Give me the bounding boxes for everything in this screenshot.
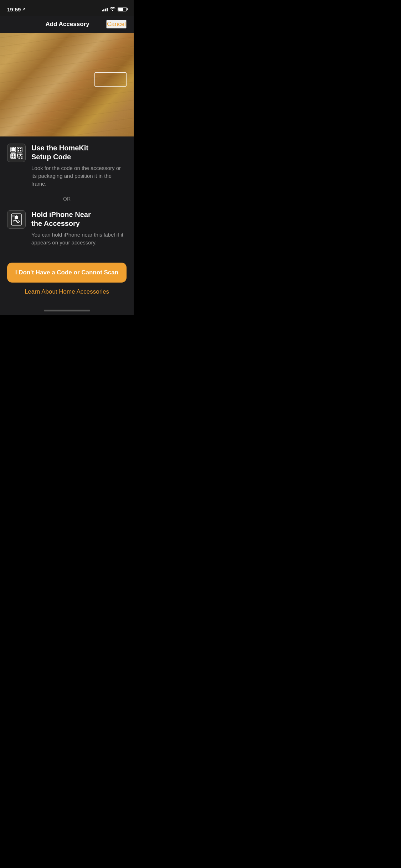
time-display: 19:59 xyxy=(7,6,21,12)
status-time: 19:59 ↗ xyxy=(7,6,25,12)
svg-rect-10 xyxy=(20,148,21,149)
nfc-text: Hold iPhone Nearthe Accessory You can ho… xyxy=(31,210,127,247)
nfc-icon: 1234 5678 xyxy=(7,210,26,229)
homekit-code-text: Use the HomeKitSetup Code Look for the c… xyxy=(31,144,127,187)
svg-rect-15 xyxy=(20,154,21,155)
svg-rect-26 xyxy=(15,217,18,219)
svg-rect-1 xyxy=(11,149,15,151)
scan-frame xyxy=(94,72,127,87)
svg-rect-9 xyxy=(18,148,19,149)
svg-rect-18 xyxy=(20,155,21,156)
home-bar xyxy=(44,310,90,311)
nfc-title: Hold iPhone Nearthe Accessory xyxy=(31,210,127,228)
svg-rect-21 xyxy=(21,156,22,157)
or-divider: OR xyxy=(7,195,127,203)
page-title: Add Accessory xyxy=(29,21,106,28)
or-label: OR xyxy=(63,196,71,202)
svg-rect-20 xyxy=(19,156,20,157)
nfc-instruction: 1234 5678 Hold iPhone Nearthe Accessory … xyxy=(7,203,127,254)
signal-strength-icon xyxy=(102,7,108,11)
home-indicator xyxy=(0,307,134,315)
location-arrow-icon: ↗ xyxy=(22,7,25,12)
nav-bar: Add Accessory Cancel xyxy=(0,16,134,33)
svg-rect-3 xyxy=(11,154,16,159)
wifi-icon xyxy=(110,7,115,12)
homekit-code-instruction: Use the HomeKitSetup Code Look for the c… xyxy=(7,136,127,195)
svg-rect-5 xyxy=(14,154,15,156)
status-bar: 19:59 ↗ xyxy=(0,0,134,16)
svg-rect-7 xyxy=(14,156,15,158)
svg-rect-8 xyxy=(17,147,22,152)
svg-rect-11 xyxy=(18,150,19,151)
svg-rect-23 xyxy=(21,158,22,159)
qr-code-icon xyxy=(7,144,26,162)
svg-text:5678: 5678 xyxy=(12,216,15,218)
no-code-button[interactable]: I Don't Have a Code or Cannot Scan xyxy=(7,263,127,283)
svg-rect-4 xyxy=(11,154,13,156)
bottom-section: I Don't Have a Code or Cannot Scan Learn… xyxy=(0,254,134,307)
battery-icon xyxy=(118,7,127,11)
svg-rect-19 xyxy=(17,156,18,157)
svg-rect-6 xyxy=(11,156,13,158)
homekit-code-description: Look for the code on the accessory or it… xyxy=(31,164,127,187)
nfc-description: You can hold iPhone near this label if i… xyxy=(31,231,127,247)
learn-more-button[interactable]: Learn About Home Accessories xyxy=(7,283,127,301)
homekit-code-title: Use the HomeKitSetup Code xyxy=(31,144,127,161)
status-icons xyxy=(102,7,127,12)
svg-rect-13 xyxy=(17,154,18,155)
svg-rect-17 xyxy=(17,155,18,156)
svg-rect-14 xyxy=(19,154,20,155)
svg-rect-12 xyxy=(20,150,21,151)
svg-rect-16 xyxy=(21,154,22,155)
camera-viewfinder xyxy=(0,33,134,136)
cancel-button[interactable]: Cancel xyxy=(106,20,127,29)
svg-rect-22 xyxy=(19,158,20,159)
instructions-section: Use the HomeKitSetup Code Look for the c… xyxy=(0,136,134,254)
